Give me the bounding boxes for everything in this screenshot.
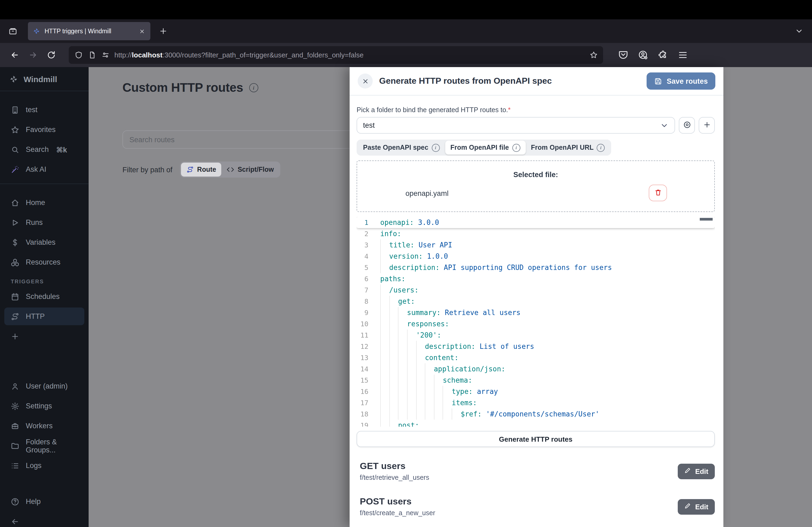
filter-option-script-flow[interactable]: Script/Flow [221,163,279,177]
code-line: 8get: [357,296,715,307]
generate-routes-button[interactable]: Generate HTTP routes [357,431,715,447]
sidebar-item-favorites[interactable]: Favorites [4,121,84,138]
brand-label: Windmill [24,74,57,84]
drawer-header: Generate HTTP routes from OpenAPI spec S… [350,67,723,95]
sidebar-item-workers[interactable]: Workers [4,417,84,435]
page-title: Custom HTTP routes [122,80,243,95]
sidebar-item-test[interactable]: test [4,101,84,119]
remove-file-button[interactable] [649,185,667,201]
tab-paste-openapi-spec[interactable]: Paste OpenAPI speci [358,140,445,154]
line-number: 7 [357,284,368,296]
generated-route-row: POST usersf/test/create_a_new_userEdit [360,496,715,517]
info-icon: i [512,144,520,152]
code-line: 7/users: [357,284,715,296]
edit-route-button[interactable]: Edit [678,463,715,479]
sidebar-item-http[interactable]: HTTP [4,307,84,325]
code-line: 1openapi: 3.0.0 [357,217,715,228]
windmill-brand[interactable]: Windmill [0,67,89,91]
sidebar-item-variables[interactable]: Variables [4,234,84,251]
sidebar-item-settings[interactable]: Settings [4,397,84,415]
close-drawer-icon[interactable] [358,74,373,89]
sidebar-item-label: HTTP [26,312,45,320]
sidebar-item-schedules[interactable]: Schedules [4,288,84,305]
drawer-body: Pick a folder to bind the generated HTTP… [350,95,723,527]
forward-icon[interactable] [25,47,41,63]
save-routes-button[interactable]: Save routes [647,73,715,90]
sidebar-item-user-admin[interactable]: User (admin) [4,377,84,395]
account-icon[interactable] [638,50,648,60]
add-folder-button[interactable] [699,117,715,134]
shield-icon[interactable] [74,51,83,59]
sidebar-menu-group: HomeRunsVariablesResources [0,184,89,271]
sidebar-triggers-group: SchedulesHTTP [0,288,89,325]
sidebar-item-label: Search [26,146,49,153]
tabs-list-chevron-icon[interactable] [792,24,807,39]
sidebar-item-runs[interactable]: Runs [4,214,84,231]
code-text: version: 1.0.0 [380,251,448,262]
sidebar-item-resources[interactable]: Resources [4,253,84,271]
route-icon [186,166,194,174]
line-number: 16 [357,386,368,397]
tab-from-openapi-file[interactable]: From OpenAPI filei [445,140,525,154]
code-text: title: User API [380,239,452,251]
page-info-icon[interactable] [88,51,96,59]
code-line: 4version: 1.0.0 [357,251,715,262]
reload-icon[interactable] [43,47,59,63]
tab-overview-icon[interactable] [5,24,20,39]
sidebar-item-label: Schedules [26,292,60,301]
url-text: http://localhost:3000/routes?filter_path… [114,51,584,59]
line-number: 13 [357,352,368,363]
plus-icon [11,332,19,341]
permissions-icon[interactable] [101,51,110,59]
edit-route-button[interactable]: Edit [678,499,715,514]
browser-tab[interactable]: HTTP triggers | Windmill [28,22,150,40]
add-trigger-button[interactable] [4,327,84,345]
filter-toggle-group: RouteScript/Flow [180,162,280,178]
extensions-icon[interactable] [658,50,668,60]
new-tab-icon[interactable] [156,24,171,39]
url-bar[interactable]: http://localhost:3000/routes?filter_path… [69,46,603,64]
app-window: Windmill testFavoritesSearch⌘kAsk AI Hom… [0,67,812,527]
dollar-icon [11,238,19,246]
back-icon[interactable] [6,47,23,63]
folder-picker-row: test [357,117,715,134]
yaml-code-editor[interactable]: 1openapi: 3.0.02info:3title: User API4ve… [357,217,715,427]
sidebar-item-ask-ai[interactable]: Ask AI [4,161,84,178]
required-mark: * [508,106,511,114]
sidebar-item-home[interactable]: Home [4,194,84,211]
editor-scrollbar-thumb[interactable] [700,218,713,221]
bookmark-star-icon[interactable] [589,51,598,59]
view-folder-button[interactable] [679,117,695,134]
menu-icon[interactable] [678,50,688,60]
selected-file-dropzone: Selected file: openapi.yaml [357,161,715,212]
sidebar-item-label: Help [26,497,41,506]
collapse-sidebar-button[interactable] [4,512,84,527]
page-title-row: Custom HTTP routes i [122,80,258,95]
sidebar-item-folders-groups[interactable]: Folders & Groups... [4,437,84,454]
tab-close-icon[interactable] [138,27,146,35]
sidebar-item-logs[interactable]: Logs [4,457,84,475]
tab-from-openapi-url[interactable]: From OpenAPI URLi [525,140,610,154]
code-text: type: array [380,386,498,397]
folder-select[interactable]: test [357,117,675,134]
sidebar-item-help[interactable]: Help [4,493,84,510]
filter-option-route[interactable]: Route [181,163,221,177]
code-line: 12description: List of users [357,341,715,352]
pencil-icon [684,502,692,511]
sidebar-item-search[interactable]: Search⌘k [4,140,84,158]
route-title: GET users [360,461,429,472]
chevron-down-icon [660,121,669,130]
eye-icon [683,120,691,130]
drawer-title: Generate HTTP routes from OpenAPI spec [379,76,640,86]
pocket-icon[interactable] [618,50,628,60]
wand-icon [11,165,19,174]
code-text: info: [380,228,401,239]
info-icon: i [597,144,605,152]
info-icon[interactable]: i [249,83,258,92]
line-number: 1 [357,217,368,228]
star-icon [11,125,19,134]
code-line: 11'200': [357,330,715,341]
save-icon [654,77,663,85]
gear-icon [11,402,19,410]
info-icon: i [432,144,439,152]
